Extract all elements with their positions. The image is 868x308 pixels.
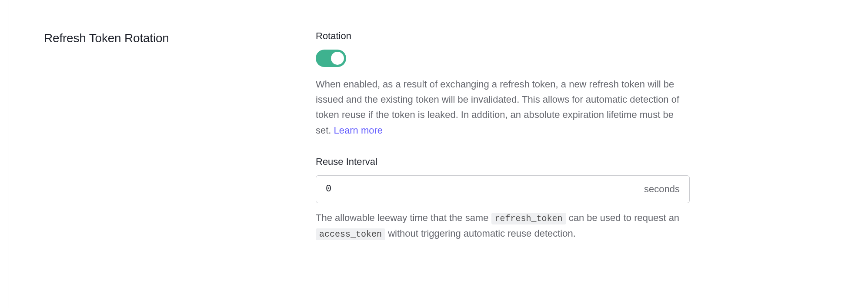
section-title: Refresh Token Rotation [44, 31, 298, 45]
learn-more-link[interactable]: Learn more [334, 125, 383, 136]
toggle-slider [316, 50, 346, 67]
rotation-field-group: Rotation When enabled, as a result of ex… [316, 30, 690, 138]
rotation-label: Rotation [316, 30, 690, 42]
reuse-interval-field-group: Reuse Interval seconds The allowable lee… [316, 156, 690, 241]
code-access-token: access_token [316, 228, 385, 240]
reuse-interval-input-wrap[interactable]: seconds [316, 175, 690, 203]
reuse-interval-label: Reuse Interval [316, 156, 690, 167]
reuse-interval-unit: seconds [644, 184, 680, 195]
reuse-desc-part1: The allowable leeway time that the same [316, 212, 491, 223]
rotation-description: When enabled, as a result of exchanging … [316, 77, 690, 138]
section-header-col: Refresh Token Rotation [44, 30, 298, 291]
reuse-desc-part3: without triggering automatic reuse detec… [385, 228, 576, 239]
code-refresh-token: refresh_token [491, 213, 566, 224]
reuse-desc-part2: can be used to request an [566, 212, 680, 223]
reuse-interval-description: The allowable leeway time that the same … [316, 210, 690, 241]
section-fields-col: Rotation When enabled, as a result of ex… [316, 30, 690, 291]
rotation-toggle[interactable] [316, 50, 346, 67]
settings-section: Refresh Token Rotation Rotation When ena… [9, 0, 868, 308]
reuse-interval-input[interactable] [326, 184, 644, 194]
